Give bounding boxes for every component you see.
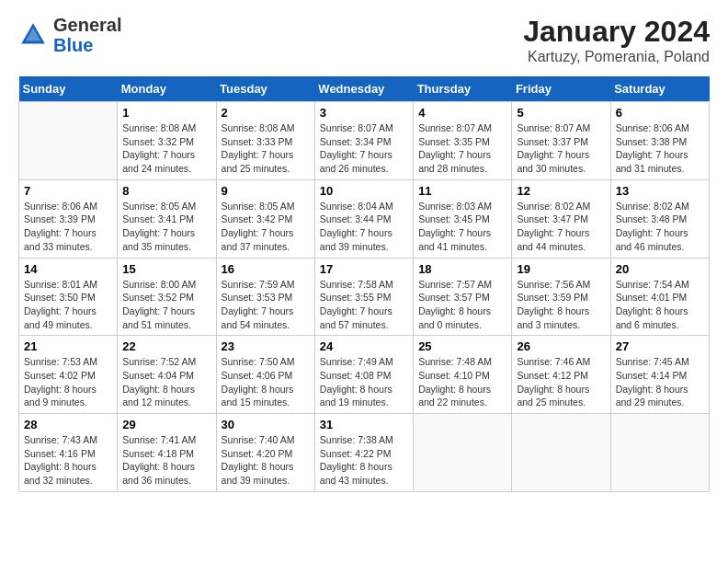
day-number: 28	[24, 418, 112, 431]
day-info: Sunrise: 8:01 AMSunset: 3:50 PMDaylight:…	[24, 278, 112, 332]
table-row	[414, 414, 512, 492]
day-info: Sunrise: 7:41 AMSunset: 4:18 PMDaylight:…	[122, 433, 210, 488]
day-number: 19	[517, 262, 605, 276]
day-info: Sunrise: 8:05 AMSunset: 3:41 PMDaylight:…	[122, 200, 210, 254]
logo-icon	[18, 20, 48, 50]
day-info: Sunrise: 8:03 AMSunset: 3:45 PMDaylight:…	[418, 200, 506, 254]
col-tuesday: Tuesday	[216, 76, 314, 102]
day-number: 23	[222, 339, 310, 353]
day-info: Sunrise: 8:07 AMSunset: 3:34 PMDaylight:…	[320, 121, 408, 176]
day-number: 6	[616, 106, 704, 120]
day-number: 20	[616, 262, 704, 276]
page-subtitle: Kartuzy, Pomerania, Poland	[523, 49, 710, 65]
day-info: Sunrise: 7:45 AMSunset: 4:14 PMDaylight:…	[616, 355, 704, 409]
table-row: 11Sunrise: 8:03 AMSunset: 3:45 PMDayligh…	[414, 179, 512, 258]
table-row: 23Sunrise: 7:50 AMSunset: 4:06 PMDayligh…	[216, 336, 314, 414]
calendar-week-row: 7Sunrise: 8:06 AMSunset: 3:39 PMDaylight…	[19, 179, 710, 258]
day-info: Sunrise: 8:00 AMSunset: 3:52 PMDaylight:…	[122, 278, 210, 332]
day-info: Sunrise: 7:58 AMSunset: 3:55 PMDaylight:…	[320, 278, 408, 332]
day-number: 17	[320, 262, 408, 276]
day-number: 22	[122, 339, 210, 353]
page-title: January 2024	[523, 15, 710, 49]
table-row: 13Sunrise: 8:02 AMSunset: 3:48 PMDayligh…	[610, 179, 709, 258]
table-row: 4Sunrise: 8:07 AMSunset: 3:35 PMDaylight…	[414, 102, 512, 180]
table-row: 26Sunrise: 7:46 AMSunset: 4:12 PMDayligh…	[512, 336, 610, 414]
day-number: 21	[24, 339, 112, 353]
day-info: Sunrise: 8:07 AMSunset: 3:37 PMDaylight:…	[517, 121, 605, 176]
table-row: 15Sunrise: 8:00 AMSunset: 3:52 PMDayligh…	[118, 258, 216, 336]
col-sunday: Sunday	[19, 76, 118, 102]
table-row: 9Sunrise: 8:05 AMSunset: 3:42 PMDaylight…	[216, 179, 314, 258]
calendar-week-row: 21Sunrise: 7:53 AMSunset: 4:02 PMDayligh…	[19, 336, 710, 414]
day-info: Sunrise: 7:49 AMSunset: 4:08 PMDaylight:…	[320, 355, 408, 409]
calendar-week-row: 14Sunrise: 8:01 AMSunset: 3:50 PMDayligh…	[19, 258, 710, 336]
table-row: 29Sunrise: 7:41 AMSunset: 4:18 PMDayligh…	[118, 414, 216, 492]
table-row	[19, 102, 118, 180]
table-row: 12Sunrise: 8:02 AMSunset: 3:47 PMDayligh…	[512, 179, 610, 258]
table-row: 10Sunrise: 8:04 AMSunset: 3:44 PMDayligh…	[314, 179, 413, 258]
day-info: Sunrise: 8:05 AMSunset: 3:42 PMDaylight:…	[222, 200, 310, 254]
day-info: Sunrise: 8:02 AMSunset: 3:47 PMDaylight:…	[517, 200, 605, 254]
day-number: 11	[418, 184, 506, 198]
day-info: Sunrise: 7:57 AMSunset: 3:57 PMDaylight:…	[418, 278, 506, 332]
logo-text: General Blue	[53, 15, 121, 55]
col-monday: Monday	[118, 76, 216, 102]
day-info: Sunrise: 8:07 AMSunset: 3:35 PMDaylight:…	[418, 121, 506, 176]
table-row: 25Sunrise: 7:48 AMSunset: 4:10 PMDayligh…	[414, 336, 512, 414]
day-number: 4	[418, 106, 506, 120]
day-number: 5	[517, 106, 605, 120]
day-number: 27	[616, 339, 704, 353]
day-number: 25	[418, 339, 506, 353]
table-row: 6Sunrise: 8:06 AMSunset: 3:38 PMDaylight…	[610, 102, 709, 180]
table-row: 27Sunrise: 7:45 AMSunset: 4:14 PMDayligh…	[610, 336, 709, 414]
day-info: Sunrise: 8:06 AMSunset: 3:39 PMDaylight:…	[24, 200, 112, 254]
day-number: 24	[320, 339, 408, 353]
day-number: 12	[517, 184, 605, 198]
page-header: General Blue January 2024 Kartuzy, Pomer…	[18, 15, 710, 65]
table-row	[512, 414, 610, 492]
day-info: Sunrise: 7:59 AMSunset: 3:53 PMDaylight:…	[222, 278, 310, 332]
day-number: 3	[320, 106, 408, 120]
table-row: 3Sunrise: 8:07 AMSunset: 3:34 PMDaylight…	[314, 102, 413, 180]
table-row: 22Sunrise: 7:52 AMSunset: 4:04 PMDayligh…	[118, 336, 216, 414]
day-info: Sunrise: 7:40 AMSunset: 4:20 PMDaylight:…	[222, 433, 310, 488]
table-row: 21Sunrise: 7:53 AMSunset: 4:02 PMDayligh…	[19, 336, 118, 414]
table-row: 31Sunrise: 7:38 AMSunset: 4:22 PMDayligh…	[314, 414, 413, 492]
day-info: Sunrise: 8:08 AMSunset: 3:32 PMDaylight:…	[122, 121, 210, 176]
table-row: 2Sunrise: 8:08 AMSunset: 3:33 PMDaylight…	[216, 102, 314, 180]
table-row: 18Sunrise: 7:57 AMSunset: 3:57 PMDayligh…	[414, 258, 512, 336]
day-info: Sunrise: 7:48 AMSunset: 4:10 PMDaylight:…	[418, 355, 506, 409]
day-number: 2	[222, 106, 310, 120]
table-row: 1Sunrise: 8:08 AMSunset: 3:32 PMDaylight…	[118, 102, 216, 180]
day-info: Sunrise: 8:02 AMSunset: 3:48 PMDaylight:…	[616, 200, 704, 254]
day-number: 10	[320, 184, 408, 198]
col-thursday: Thursday	[414, 76, 512, 102]
logo: General Blue	[18, 15, 121, 55]
table-row: 20Sunrise: 7:54 AMSunset: 4:01 PMDayligh…	[610, 258, 709, 336]
table-row: 14Sunrise: 8:01 AMSunset: 3:50 PMDayligh…	[19, 258, 118, 336]
col-friday: Friday	[512, 76, 610, 102]
title-block: January 2024 Kartuzy, Pomerania, Poland	[523, 15, 710, 65]
day-info: Sunrise: 7:46 AMSunset: 4:12 PMDaylight:…	[517, 355, 605, 409]
calendar-week-row: 28Sunrise: 7:43 AMSunset: 4:16 PMDayligh…	[19, 414, 710, 492]
table-row: 17Sunrise: 7:58 AMSunset: 3:55 PMDayligh…	[314, 258, 413, 336]
table-row: 30Sunrise: 7:40 AMSunset: 4:20 PMDayligh…	[216, 414, 314, 492]
day-number: 16	[222, 262, 310, 276]
col-wednesday: Wednesday	[314, 76, 413, 102]
day-info: Sunrise: 7:43 AMSunset: 4:16 PMDaylight:…	[24, 433, 112, 488]
day-number: 30	[222, 418, 310, 431]
calendar-table: Sunday Monday Tuesday Wednesday Thursday…	[18, 76, 710, 492]
table-row: 19Sunrise: 7:56 AMSunset: 3:59 PMDayligh…	[512, 258, 610, 336]
day-info: Sunrise: 8:06 AMSunset: 3:38 PMDaylight:…	[616, 121, 704, 176]
day-number: 15	[122, 262, 210, 276]
day-info: Sunrise: 8:04 AMSunset: 3:44 PMDaylight:…	[320, 200, 408, 254]
table-row: 5Sunrise: 8:07 AMSunset: 3:37 PMDaylight…	[512, 102, 610, 180]
table-row: 16Sunrise: 7:59 AMSunset: 3:53 PMDayligh…	[216, 258, 314, 336]
day-info: Sunrise: 7:52 AMSunset: 4:04 PMDaylight:…	[122, 355, 210, 409]
col-saturday: Saturday	[610, 76, 709, 102]
calendar-header-row: Sunday Monday Tuesday Wednesday Thursday…	[19, 76, 710, 102]
day-number: 18	[418, 262, 506, 276]
day-number: 31	[320, 418, 408, 431]
day-number: 26	[517, 339, 605, 353]
day-info: Sunrise: 8:08 AMSunset: 3:33 PMDaylight:…	[222, 121, 310, 176]
